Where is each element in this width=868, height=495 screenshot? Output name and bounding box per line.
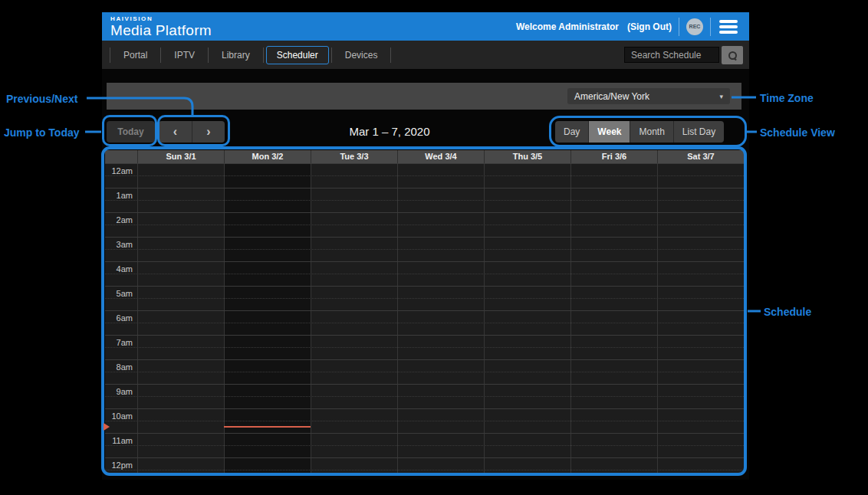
day-column[interactable] (484, 163, 570, 474)
day-column[interactable] (570, 163, 657, 474)
day-column[interactable] (397, 163, 484, 474)
tab-scheduler[interactable]: Scheduler (266, 46, 329, 64)
day-header: Mon 3/2 (224, 150, 311, 163)
welcome-text: Welcome Administrator (516, 21, 619, 32)
tab-devices[interactable]: Devices (334, 46, 389, 64)
divider (679, 18, 679, 36)
view-list-day-button[interactable]: List Day (673, 121, 724, 143)
hour-label: 3am (105, 240, 133, 249)
view-month-button[interactable]: Month (630, 121, 672, 143)
hour-label: 4am (105, 264, 133, 274)
schedule-label: Schedule (764, 306, 811, 318)
hour-label: 6am (105, 313, 133, 323)
schedule-view-label: Schedule View (760, 126, 835, 139)
day-header: Thu 3/5 (484, 150, 570, 163)
tab-library[interactable]: Library (211, 46, 261, 64)
search-area (624, 46, 743, 64)
haivision-logo: HAIVISION Media Platform (110, 16, 212, 38)
search-icon (728, 51, 737, 60)
app-header: HAIVISION Media Platform Welcome Adminis… (102, 12, 749, 41)
search-button[interactable] (722, 46, 743, 64)
view-week-button[interactable]: Week (588, 121, 630, 143)
day-header: Fri 3/6 (570, 150, 657, 163)
hour-label: 9am (105, 387, 133, 396)
nav-tabs: PortalIPTVLibrarySchedulerDevices (109, 41, 392, 69)
hour-label: 1am (105, 191, 133, 200)
date-range-title: Mar 1 – 7, 2020 (227, 125, 552, 138)
day-header: Sun 3/1 (137, 150, 224, 163)
hour-label: 8am (105, 362, 133, 372)
hour-label: 5am (105, 289, 133, 298)
media-platform-app: HAIVISION Media Platform Welcome Adminis… (102, 12, 749, 480)
calendar-body: 12am1am2am3am4am5am6am7am8am9am10am11am1… (105, 163, 744, 474)
day-column[interactable] (137, 163, 224, 474)
timezone-dropdown[interactable]: America/New York ▾ (567, 88, 730, 104)
view-switcher: DayWeekMonthList Day (555, 121, 724, 143)
sign-out-link[interactable]: (Sign Out) (627, 21, 672, 32)
previous-button[interactable]: ‹ (159, 121, 192, 143)
logo-product-text: Media Platform (110, 23, 212, 38)
rec-badge[interactable]: REC (686, 18, 703, 35)
toolbar-band: America/New York ▾ (107, 83, 741, 110)
schedule-calendar: Sun 3/1Mon 3/2Tue 3/3Wed 3/4Thu 3/5Fri 3… (105, 150, 744, 474)
today-button[interactable]: Today (107, 121, 155, 143)
calendar-day-headers: Sun 3/1Mon 3/2Tue 3/3Wed 3/4Thu 3/5Fri 3… (105, 150, 744, 163)
current-time-arrow-icon (104, 423, 110, 431)
header-actions: Welcome Administrator (Sign Out) REC (516, 18, 739, 36)
timezone-value: America/New York (574, 91, 649, 102)
tab-portal[interactable]: Portal (113, 46, 158, 64)
time-zone-label: Time Zone (760, 92, 814, 104)
day-column[interactable] (657, 163, 744, 474)
tab-iptv[interactable]: IPTV (163, 46, 205, 64)
divider (110, 48, 110, 63)
screenshot-canvas: HAIVISION Media Platform Welcome Adminis… (0, 0, 868, 495)
nav-bar: PortalIPTVLibrarySchedulerDevices (102, 41, 749, 69)
divider (263, 48, 264, 63)
prev-next-group: ‹ › (159, 121, 225, 143)
hour-label: 7am (105, 338, 133, 347)
divider (710, 18, 711, 36)
hamburger-menu-icon[interactable] (718, 18, 739, 35)
divider (390, 48, 391, 63)
hour-label: 2am (105, 215, 133, 225)
divider (208, 48, 209, 63)
jump-to-today-label: Jump to Today (4, 126, 80, 139)
logo-brand-text: HAIVISION (110, 16, 212, 22)
previous-next-label: Previous/Next (6, 93, 77, 105)
day-header: Sat 3/7 (657, 150, 744, 163)
current-time-line (224, 426, 311, 428)
next-button[interactable]: › (192, 121, 225, 143)
day-header: Tue 3/3 (311, 150, 397, 163)
hour-label: 12pm (105, 461, 133, 470)
hour-label: 11am (105, 436, 133, 445)
divider (160, 48, 161, 63)
search-input[interactable] (624, 47, 719, 63)
hour-label: 10am (105, 411, 133, 421)
time-column-stub (105, 150, 137, 163)
day-column[interactable] (311, 163, 397, 474)
chevron-down-icon: ▾ (719, 93, 723, 100)
divider (331, 48, 332, 63)
day-header: Wed 3/4 (397, 150, 484, 163)
view-day-button[interactable]: Day (555, 121, 588, 143)
hour-label: 12am (105, 166, 133, 175)
